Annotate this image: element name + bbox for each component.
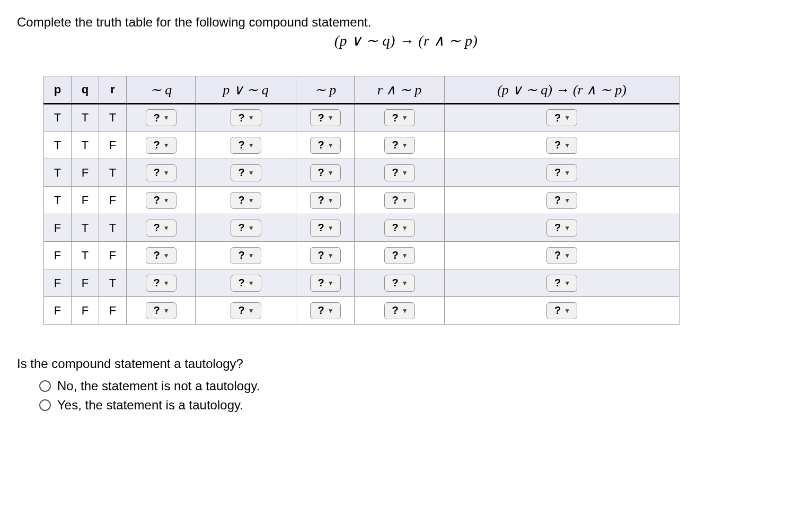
dropdown-full[interactable]: ?▼	[546, 275, 577, 292]
chevron-down-icon: ▼	[564, 142, 570, 148]
chevron-down-icon: ▼	[328, 115, 334, 121]
col-header-r: r	[99, 76, 127, 104]
tautology-options: No, the statement is not a tautology. Ye…	[17, 379, 795, 413]
chevron-down-icon: ▼	[163, 225, 170, 231]
chevron-down-icon: ▼	[328, 280, 334, 286]
chevron-down-icon: ▼	[328, 142, 334, 148]
dropdown-p-or-not-q[interactable]: ?▼	[231, 220, 261, 237]
chevron-down-icon: ▼	[163, 115, 170, 121]
dropdown-not-q[interactable]: ?▼	[146, 164, 176, 181]
chevron-down-icon: ▼	[402, 197, 408, 204]
dropdown-not-q[interactable]: ?▼	[146, 109, 176, 126]
cell-q: F	[72, 297, 99, 325]
table-row: F T T ?▼ ?▼ ?▼ ?▼ ?▼	[44, 214, 679, 242]
dropdown-full[interactable]: ?▼	[546, 220, 577, 237]
dropdown-r-and-not-p[interactable]: ?▼	[384, 220, 415, 237]
dropdown-p-or-not-q[interactable]: ?▼	[231, 302, 261, 319]
table-row: F F T ?▼ ?▼ ?▼ ?▼ ?▼	[44, 269, 679, 297]
dropdown-r-and-not-p[interactable]: ?▼	[384, 192, 415, 209]
chevron-down-icon: ▼	[564, 197, 570, 204]
chevron-down-icon: ▼	[402, 280, 408, 286]
dropdown-r-and-not-p[interactable]: ?▼	[384, 164, 415, 181]
radio-icon	[39, 399, 51, 411]
dropdown-full[interactable]: ?▼	[546, 247, 577, 264]
cell-q: F	[72, 269, 99, 297]
table-row: F F F ?▼ ?▼ ?▼ ?▼ ?▼	[44, 297, 679, 325]
cell-q: F	[72, 187, 99, 214]
dropdown-full[interactable]: ?▼	[546, 137, 577, 154]
chevron-down-icon: ▼	[402, 308, 408, 314]
dropdown-full[interactable]: ?▼	[546, 302, 577, 319]
radio-label: No, the statement is not a tautology.	[57, 379, 260, 393]
col-header-q: q	[72, 76, 99, 104]
dropdown-p-or-not-q[interactable]: ?▼	[231, 192, 261, 209]
radio-option-no[interactable]: No, the statement is not a tautology.	[39, 379, 795, 393]
col-header-p: p	[44, 76, 72, 104]
dropdown-not-p[interactable]: ?▼	[310, 220, 341, 237]
dropdown-not-p[interactable]: ?▼	[310, 302, 341, 319]
dropdown-not-q[interactable]: ?▼	[146, 192, 176, 209]
dropdown-p-or-not-q[interactable]: ?▼	[231, 109, 261, 126]
chevron-down-icon: ▼	[163, 308, 170, 314]
table-row: T T T ?▼ ?▼ ?▼ ?▼ ?▼	[44, 104, 679, 132]
cell-r: F	[99, 242, 127, 269]
cell-p: T	[44, 159, 72, 187]
chevron-down-icon: ▼	[328, 170, 334, 176]
cell-r: F	[99, 297, 127, 325]
dropdown-p-or-not-q[interactable]: ?▼	[231, 164, 261, 181]
chevron-down-icon: ▼	[248, 280, 254, 286]
cell-q: F	[72, 159, 99, 187]
cell-q: T	[72, 242, 99, 269]
truth-table-body: T T T ?▼ ?▼ ?▼ ?▼ ?▼ T T F ?▼ ?▼ ?▼ ?▼ ?…	[44, 104, 679, 325]
dropdown-not-p[interactable]: ?▼	[310, 275, 341, 292]
dropdown-r-and-not-p[interactable]: ?▼	[384, 302, 415, 319]
chevron-down-icon: ▼	[564, 280, 570, 286]
radio-option-yes[interactable]: Yes, the statement is a tautology.	[39, 398, 795, 413]
chevron-down-icon: ▼	[328, 308, 334, 314]
dropdown-r-and-not-p[interactable]: ?▼	[384, 137, 415, 154]
cell-p: F	[44, 214, 72, 242]
dropdown-not-q[interactable]: ?▼	[146, 220, 176, 237]
radio-label: Yes, the statement is a tautology.	[57, 398, 243, 413]
cell-r: F	[99, 187, 127, 214]
cell-q: T	[72, 214, 99, 242]
cell-r: T	[99, 159, 127, 187]
chevron-down-icon: ▼	[564, 308, 570, 314]
dropdown-not-p[interactable]: ?▼	[310, 192, 341, 209]
dropdown-full[interactable]: ?▼	[546, 164, 577, 181]
dropdown-p-or-not-q[interactable]: ?▼	[231, 247, 261, 264]
chevron-down-icon: ▼	[564, 170, 570, 176]
dropdown-not-p[interactable]: ?▼	[310, 247, 341, 264]
chevron-down-icon: ▼	[248, 225, 254, 231]
dropdown-not-q[interactable]: ?▼	[146, 247, 176, 264]
table-row: F T F ?▼ ?▼ ?▼ ?▼ ?▼	[44, 242, 679, 269]
chevron-down-icon: ▼	[163, 197, 170, 204]
dropdown-p-or-not-q[interactable]: ?▼	[231, 137, 261, 154]
dropdown-not-q[interactable]: ?▼	[146, 275, 176, 292]
dropdown-r-and-not-p[interactable]: ?▼	[384, 109, 415, 126]
dropdown-not-p[interactable]: ?▼	[310, 109, 341, 126]
dropdown-not-q[interactable]: ?▼	[146, 137, 176, 154]
dropdown-not-p[interactable]: ?▼	[310, 164, 341, 181]
dropdown-not-p[interactable]: ?▼	[310, 137, 341, 154]
dropdown-full[interactable]: ?▼	[546, 109, 577, 126]
chevron-down-icon: ▼	[163, 142, 170, 148]
dropdown-not-q[interactable]: ?▼	[146, 302, 176, 319]
chevron-down-icon: ▼	[248, 197, 254, 204]
chevron-down-icon: ▼	[328, 225, 334, 231]
chevron-down-icon: ▼	[402, 115, 408, 121]
dropdown-r-and-not-p[interactable]: ?▼	[384, 275, 415, 292]
chevron-down-icon: ▼	[402, 252, 408, 259]
table-header-row: p q r ∼ q p ∨ ∼ q ∼ p r ∧ ∼ p (p ∨ ∼ q) …	[44, 76, 679, 104]
dropdown-full[interactable]: ?▼	[546, 192, 577, 209]
cell-p: T	[44, 104, 72, 132]
cell-p: T	[44, 187, 72, 214]
dropdown-r-and-not-p[interactable]: ?▼	[384, 247, 415, 264]
chevron-down-icon: ▼	[163, 280, 170, 286]
dropdown-p-or-not-q[interactable]: ?▼	[231, 275, 261, 292]
instruction-text: Complete the truth table for the followi…	[17, 15, 795, 30]
chevron-down-icon: ▼	[248, 252, 254, 259]
chevron-down-icon: ▼	[402, 170, 408, 176]
table-row: T F F ?▼ ?▼ ?▼ ?▼ ?▼	[44, 187, 679, 214]
cell-p: F	[44, 242, 72, 269]
